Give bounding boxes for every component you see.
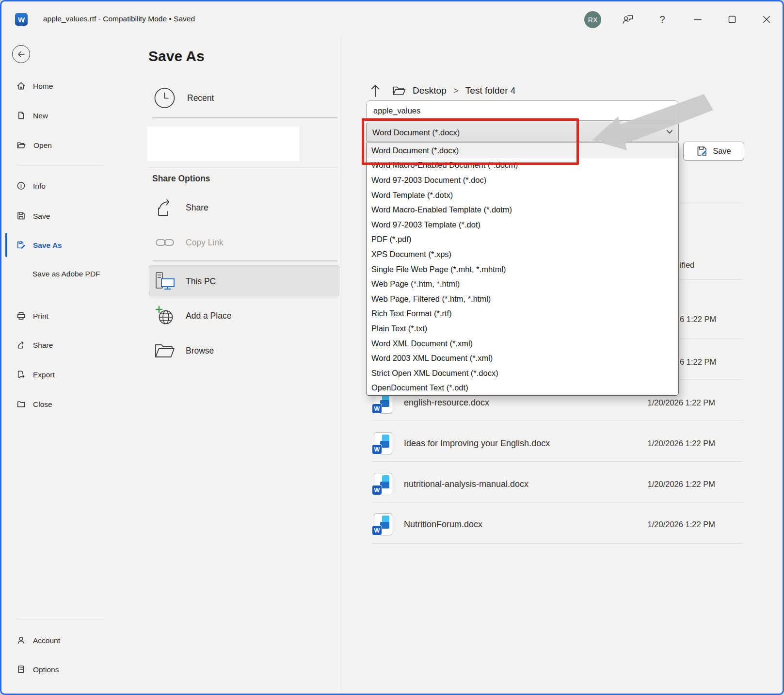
sidebar-item-open[interactable]: Open [16, 140, 52, 150]
file-type-option[interactable]: Rich Text Format (*.rtf) [367, 307, 678, 322]
sidebar-item-account[interactable]: Account [16, 635, 60, 646]
file-type-option[interactable]: Word Macro-Enabled Template (*.dotm) [367, 202, 678, 217]
sidebar-item-label: Home [33, 81, 53, 90]
print-icon [16, 311, 26, 321]
help-button[interactable]: ? [653, 10, 672, 29]
filename-value: apple_values [373, 106, 420, 115]
file-date: 1/20/2026 1:22 PM [598, 480, 715, 489]
sidebar-item-info[interactable]: Info [16, 181, 46, 191]
sidebar-item-print[interactable]: Print [16, 311, 48, 321]
file-type-option[interactable]: Word XML Document (*.xml) [367, 336, 678, 351]
filename-input[interactable]: apple_values [366, 100, 679, 121]
sidebar-item-export[interactable]: Export [16, 370, 55, 380]
sidebar-item-label: Save as Adobe PDF [32, 270, 100, 278]
file-name: nutritional-analysis-manual.docx [404, 479, 528, 489]
sidebar-item-label: Account [33, 636, 60, 645]
file-type-option[interactable]: XPS Document (*.xps) [367, 247, 678, 262]
up-arrow-icon [369, 83, 382, 98]
file-name: Ideas for Improving your English.docx [404, 438, 550, 449]
help-icon: ? [659, 14, 665, 25]
word-backstage-window: W apple_values.rtf - Compatibility Mode … [0, 0, 784, 695]
maximize-button[interactable] [722, 10, 742, 29]
file-date: 1/20/2026 1:22 PM [598, 398, 715, 407]
list-divider-fragment [679, 279, 742, 280]
sidebar-item-label: New [33, 111, 48, 120]
sidebar-item-label: Share [33, 340, 53, 349]
this-pc-row[interactable]: This PC [155, 272, 216, 291]
toolbar-divider-fragment [679, 203, 742, 203]
share-option-item[interactable]: Share [155, 198, 208, 217]
share-options-heading: Share Options [152, 174, 210, 184]
file-type-option[interactable]: Web Page (*.htm, *.html) [367, 276, 678, 291]
file-type-option[interactable]: Word Template (*.dotx) [367, 188, 678, 203]
breadcrumb-folder[interactable]: Test folder 4 [465, 85, 516, 96]
file-row[interactable]: W Ideas for Improving your English.docx [374, 432, 550, 454]
minimize-button[interactable] [688, 10, 707, 29]
file-type-option[interactable]: Word 2003 XML Document (*.xml) [367, 351, 678, 366]
add-a-place-item[interactable]: Add a Place [155, 305, 231, 326]
sidebar-item-home[interactable]: Home [16, 81, 53, 91]
sidebar-item-new[interactable]: New [16, 111, 48, 121]
close-button[interactable] [757, 10, 776, 29]
word-file-icon: W [374, 473, 392, 495]
file-type-option[interactable]: Word Document (*.docx) [367, 143, 678, 158]
page-title: Save As [148, 48, 205, 65]
file-type-select[interactable]: Word Document (*.docx) [366, 123, 679, 142]
window-title: apple_values.rtf - Compatibility Mode • … [43, 1, 195, 36]
open-folder-icon [16, 140, 27, 150]
this-pc-label: This PC [186, 276, 216, 287]
sidebar-item-close[interactable]: Close [16, 399, 52, 409]
selected-item-indicator [5, 233, 7, 257]
export-icon [16, 370, 26, 380]
sidebar-item-label: Open [33, 141, 52, 149]
close-icon [762, 15, 771, 24]
clock-icon [154, 87, 176, 109]
recent-item[interactable]: Recent [154, 87, 214, 109]
sidebar-item-label: Close [33, 400, 52, 408]
folder-open-icon [392, 85, 406, 96]
file-type-option[interactable]: OpenDocument Text (*.odt) [367, 381, 678, 396]
breadcrumb-separator: > [453, 85, 459, 96]
sidebar-item-save[interactable]: Save [16, 211, 50, 221]
recent-label: Recent [187, 93, 214, 103]
list-divider [372, 420, 742, 420]
file-type-option[interactable]: Word Macro-Enabled Document (*.docm) [367, 158, 678, 173]
save-button-icon [696, 145, 708, 157]
file-type-option[interactable]: PDF (*.pdf) [367, 232, 678, 247]
file-name: NutritionForum.docx [404, 519, 482, 530]
sidebar-item-share[interactable]: Share [16, 340, 53, 350]
breadcrumb[interactable]: Desktop > Test folder 4 [392, 85, 515, 96]
sidebar-item-save-as[interactable]: Save As [16, 240, 62, 250]
chevron-down-icon [666, 129, 673, 134]
sidebar-item-save-as-adobe-pdf[interactable]: Save as Adobe PDF [32, 268, 100, 280]
file-type-option[interactable]: Strict Open XML Document (*.docx) [367, 366, 678, 381]
file-date: 1/20/2026 1:22 PM [598, 439, 715, 448]
share-label: Share [186, 203, 208, 213]
sidebar-item-label: Options [33, 665, 59, 674]
sidebar-item-options[interactable]: Options [16, 664, 59, 675]
copy-link-item[interactable]: Copy Link [155, 235, 224, 250]
share-icon [155, 198, 175, 217]
back-button[interactable] [12, 45, 30, 63]
up-one-level-button[interactable] [369, 83, 382, 98]
date-modified-header-fragment: ified [680, 260, 694, 270]
this-pc-icon [155, 272, 176, 291]
breadcrumb-root[interactable]: Desktop [413, 85, 447, 96]
file-type-option[interactable]: Web Page, Filtered (*.htm, *.html) [367, 291, 678, 307]
file-type-option[interactable]: Word 97-2003 Template (*.dot) [367, 217, 678, 232]
file-name: english-resource.docx [404, 398, 489, 408]
account-avatar[interactable]: RX [584, 11, 601, 28]
add-place-label: Add a Place [186, 311, 231, 321]
feedback-button[interactable] [618, 10, 638, 29]
save-button[interactable]: Save [683, 142, 744, 161]
section-divider [152, 117, 337, 118]
file-type-option[interactable]: Single File Web Page (*.mht, *.mhtml) [367, 262, 678, 277]
sidebar-divider [17, 165, 104, 165]
browse-label: Browse [186, 346, 214, 356]
file-type-option[interactable]: Plain Text (*.txt) [367, 321, 678, 336]
file-row[interactable]: W NutritionForum.docx [374, 513, 482, 535]
file-type-option[interactable]: Word 97-2003 Document (*.doc) [367, 173, 678, 188]
file-row[interactable]: W nutritional-analysis-manual.docx [374, 473, 528, 495]
feedback-icon [622, 14, 634, 25]
browse-item[interactable]: Browse [154, 342, 214, 359]
